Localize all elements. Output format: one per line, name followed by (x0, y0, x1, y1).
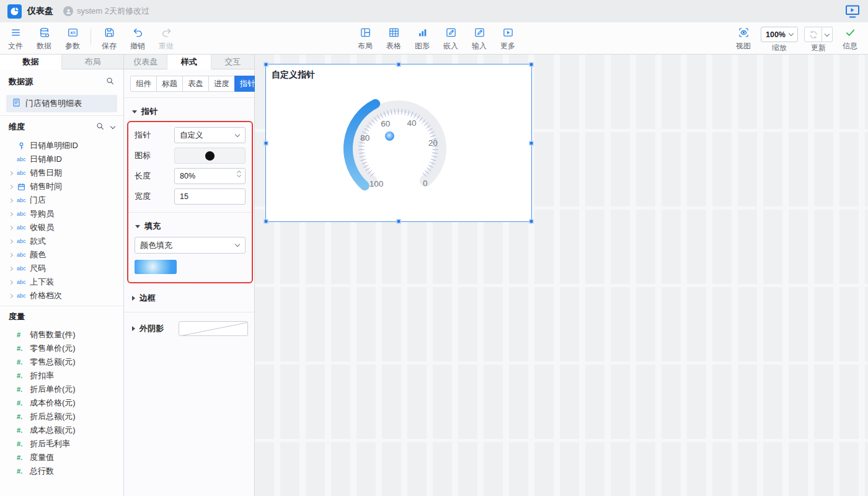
subtab-标题[interactable]: 标题 (156, 76, 183, 92)
table-button[interactable]: 表格 (379, 22, 408, 50)
titlebar: 仪表盘 system 2天前修改过 (0, 0, 868, 22)
input-icon (474, 27, 485, 40)
input-button[interactable]: 输入 (465, 22, 494, 50)
chevron-right-icon[interactable] (9, 211, 13, 216)
save-button[interactable]: 保存 (95, 22, 123, 50)
resize-handle-s[interactable] (397, 219, 401, 224)
subtab-进度[interactable]: 进度 (208, 76, 235, 92)
measure-field-row[interactable]: #.折后单价(元) (0, 383, 123, 396)
data-button-label: 数据 (37, 42, 51, 50)
stepper-arrows[interactable] (237, 171, 241, 177)
resize-handle-se[interactable] (529, 219, 534, 224)
search-icon[interactable] (105, 76, 115, 87)
dashboard-canvas[interactable]: 自定义指针 020406080100 (255, 55, 868, 496)
pointer-width-input[interactable]: 15 (174, 188, 246, 205)
measure-field-row[interactable]: #.折后毛利率 (0, 437, 123, 451)
resize-handle-sw[interactable] (264, 219, 268, 224)
chevron-right-icon[interactable] (9, 252, 13, 257)
resize-handle-w[interactable] (264, 141, 268, 145)
dimension-field-row[interactable]: abc上下装 (0, 275, 123, 289)
dimension-field-row[interactable]: 销售时间 (0, 180, 123, 193)
chevron-right-icon[interactable] (9, 170, 13, 175)
data-button[interactable]: 数据 (30, 22, 58, 50)
view-button-label: 视图 (736, 42, 751, 50)
measure-field-row[interactable]: #.成本总额(元) (0, 423, 123, 437)
measure-field-row[interactable]: #.折后总额(元) (0, 410, 123, 423)
dimensions-list: 日销单明细IDabc日销单IDabc销售日期销售时间abc门店abc导购员abc… (0, 136, 123, 303)
chevron-right-icon[interactable] (9, 280, 13, 284)
tab-交互[interactable]: 交互 (211, 55, 254, 69)
dimension-field-row[interactable]: abc门店 (0, 193, 123, 207)
measure-field-row[interactable]: #.零售总额(元) (0, 355, 123, 369)
info-button[interactable]: 信息 (836, 22, 864, 50)
gauge-widget[interactable]: 自定义指针 020406080100 (265, 64, 532, 222)
view-button[interactable]: 视图 (729, 22, 758, 50)
pointer-length-input[interactable]: 80% (174, 168, 246, 184)
redo-button: 重做 (152, 22, 180, 50)
dimension-field-row[interactable]: abc导购员 (0, 207, 123, 221)
chevron-right-icon[interactable] (9, 198, 13, 202)
pointer-type-select[interactable]: 自定义 (174, 127, 246, 143)
fill-color-swatch[interactable] (135, 260, 177, 274)
dimension-field-row[interactable]: abc收银员 (0, 221, 123, 234)
more-button[interactable]: 更多 (494, 22, 522, 50)
dimension-field-row[interactable]: abc颜色 (0, 248, 123, 262)
fill-section-header[interactable]: 填充 (135, 221, 252, 232)
search-icon[interactable] (95, 122, 105, 133)
resize-handle-n[interactable] (397, 63, 401, 67)
fill-type-select[interactable]: 颜色填充 (135, 237, 246, 254)
border-section-header[interactable]: 边框 (132, 293, 254, 304)
dimension-field-row[interactable]: abc价格档次 (0, 289, 123, 303)
dimension-field-row[interactable]: abc款式 (0, 234, 123, 248)
check-icon (844, 27, 856, 40)
shadow-preview-box[interactable] (179, 321, 248, 336)
tab-仪表盘[interactable]: 仪表盘 (124, 55, 167, 69)
update-dropdown-button[interactable] (822, 27, 833, 42)
pointer-section-header[interactable]: 指针 (132, 106, 254, 117)
undo-button[interactable]: 撤销 (123, 22, 152, 50)
style-panel-tabs: 仪表盘样式交互 (124, 55, 254, 69)
table-icon (388, 27, 400, 40)
tab-样式[interactable]: 样式 (167, 55, 211, 69)
chevron-right-icon[interactable] (9, 225, 13, 229)
tab-数据[interactable]: 数据 (0, 55, 62, 69)
dimension-field-row[interactable]: abc尺码 (0, 262, 123, 275)
layout-button[interactable]: 布局 (351, 22, 379, 50)
dimension-field-row[interactable]: abc销售日期 (0, 166, 123, 180)
chevron-right-icon[interactable] (9, 266, 13, 270)
zoom-dropdown[interactable]: 100% (761, 27, 798, 42)
pointer-icon-button[interactable] (174, 148, 246, 164)
chevron-right-icon[interactable] (9, 293, 13, 298)
collapse-triangle-icon (135, 225, 140, 228)
dimension-field-label: 颜色 (30, 249, 46, 260)
chevron-right-icon[interactable] (9, 184, 13, 188)
subtab-表盘[interactable]: 表盘 (182, 76, 209, 92)
resize-handle-ne[interactable] (529, 63, 534, 67)
measure-field-row[interactable]: #.零售单价(元) (0, 342, 123, 355)
chart-button[interactable]: 图形 (408, 22, 436, 50)
measure-field-row[interactable]: #.折扣率 (0, 369, 123, 383)
measure-field-row[interactable]: #.总行数 (0, 464, 123, 478)
tab-布局[interactable]: 布局 (62, 55, 123, 69)
divider (124, 97, 254, 98)
param-button[interactable]: x=参数 (58, 22, 87, 50)
input-button-label: 输入 (472, 42, 487, 50)
measure-field-row[interactable]: #.度量值 (0, 451, 123, 464)
number-decimal-icon: #. (17, 345, 30, 352)
resize-handle-e[interactable] (529, 141, 534, 145)
dimension-field-row[interactable]: abc日销单ID (0, 153, 123, 166)
datasource-item[interactable]: 门店销售明细表 (6, 95, 117, 112)
chevron-right-icon[interactable] (9, 239, 13, 243)
shadow-section-header[interactable]: 外阴影 (132, 321, 248, 336)
chevron-down-icon[interactable] (110, 123, 115, 128)
file-button[interactable]: 文件 (1, 22, 30, 50)
embed-button[interactable]: 嵌入 (436, 22, 465, 50)
present-icon[interactable] (844, 4, 861, 19)
subtab-组件[interactable]: 组件 (130, 76, 157, 92)
update-button[interactable] (804, 27, 822, 42)
resize-handle-nw[interactable] (264, 63, 268, 67)
number-decimal-icon: #. (17, 454, 30, 461)
measure-field-row[interactable]: #.成本价格(元) (0, 396, 123, 410)
measure-field-row[interactable]: #销售数量(件) (0, 328, 123, 342)
dimension-field-row[interactable]: 日销单明细ID (0, 139, 123, 153)
